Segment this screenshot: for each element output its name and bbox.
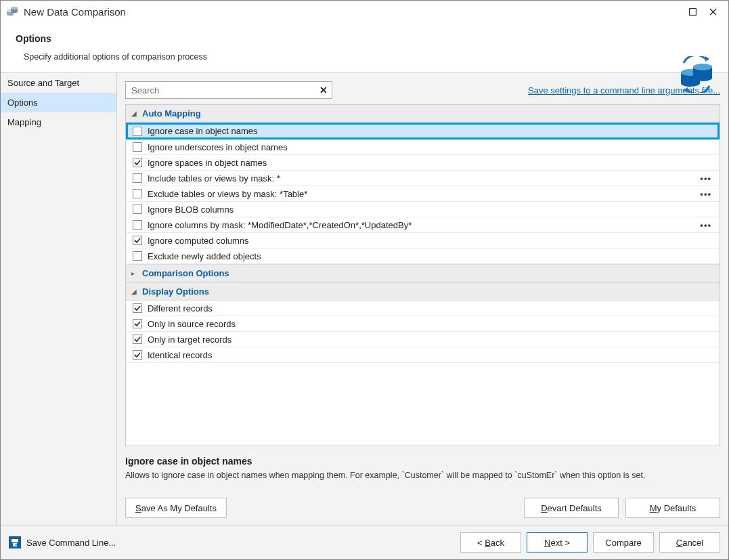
devart-defaults-button[interactable]: Devart Defaults xyxy=(524,498,619,518)
option-label: Identical records xyxy=(148,350,714,360)
group-label: Comparison Options xyxy=(142,268,229,278)
checkbox[interactable] xyxy=(133,319,142,328)
sidebar: Source and Target Options Mapping xyxy=(1,73,117,525)
option-ignore-underscores[interactable]: Ignore underscores in object names xyxy=(126,139,720,155)
option-label: Ignore columns by mask: *ModifiedDate*,*… xyxy=(148,220,697,230)
checkbox[interactable] xyxy=(133,189,142,198)
maximize-button[interactable] xyxy=(682,3,703,20)
checkbox[interactable] xyxy=(133,350,142,360)
app-icon xyxy=(6,5,18,18)
option-label: Only in target records xyxy=(148,335,714,345)
option-description: Ignore case in object names Allows to ig… xyxy=(125,456,720,480)
title-bar: New Data Comparison xyxy=(1,1,728,22)
sidebar-item-options[interactable]: Options xyxy=(1,93,116,112)
option-ignore-spaces[interactable]: Ignore spaces in object names xyxy=(126,155,720,171)
option-only-source[interactable]: Only in source records xyxy=(126,316,720,332)
page-description: Specify additional options of comparison… xyxy=(24,52,713,62)
option-label: Ignore case in object names xyxy=(148,126,714,136)
group-header-comparison[interactable]: ▸ Comparison Options xyxy=(126,264,720,282)
option-ignore-case[interactable]: Ignore case in object names xyxy=(126,123,720,139)
collapse-icon: ◢ xyxy=(131,110,138,117)
option-label: Different records xyxy=(148,303,714,314)
svg-rect-6 xyxy=(689,8,696,15)
search-clear-icon[interactable]: ✕ xyxy=(319,85,328,95)
group-header-display[interactable]: ◢ Display Options xyxy=(126,282,720,301)
main-area: Source and Target Options Mapping ✕ Save… xyxy=(1,72,728,525)
svg-point-14 xyxy=(693,64,712,70)
option-only-target[interactable]: Only in target records xyxy=(126,332,720,347)
checkbox[interactable] xyxy=(133,158,142,167)
next-button[interactable]: Next > xyxy=(527,532,588,553)
description-title: Ignore case in object names xyxy=(125,456,720,467)
option-label: Include tables or views by mask: * xyxy=(148,173,697,184)
option-label: Only in source records xyxy=(148,319,714,329)
more-button[interactable]: ••• xyxy=(697,173,714,184)
checkbox[interactable] xyxy=(133,236,142,245)
collapse-icon: ◢ xyxy=(131,288,138,295)
description-text: Allows to ignore case in object names wh… xyxy=(125,471,720,480)
options-panel: ◢ Auto Mapping Ignore case in object nam… xyxy=(125,104,720,446)
group-header-auto-mapping[interactable]: ◢ Auto Mapping xyxy=(126,105,720,123)
option-label: Exclude newly added objects xyxy=(148,251,714,261)
checkbox[interactable] xyxy=(133,127,142,136)
option-different-records[interactable]: Different records xyxy=(126,301,720,316)
group-label: Display Options xyxy=(142,286,209,297)
option-include-mask[interactable]: Include tables or views by mask: * ••• xyxy=(126,171,720,186)
save-command-line-button[interactable]: Save Command Line... xyxy=(26,538,116,548)
checkbox[interactable] xyxy=(133,173,142,183)
back-button[interactable]: < Back xyxy=(460,532,521,553)
checkbox[interactable] xyxy=(133,142,142,152)
checkbox[interactable] xyxy=(133,303,142,313)
option-identical[interactable]: Identical records xyxy=(126,347,720,363)
save-as-defaults-button[interactable]: Save As My Defaults xyxy=(125,498,227,518)
option-ignore-blob[interactable]: Ignore BLOB columns xyxy=(126,202,720,217)
option-ignore-computed[interactable]: Ignore computed columns xyxy=(126,233,720,249)
close-button[interactable] xyxy=(703,3,723,20)
checkbox[interactable] xyxy=(133,335,142,344)
sidebar-item-mapping[interactable]: Mapping xyxy=(1,112,116,132)
option-label: Ignore BLOB columns xyxy=(148,204,714,215)
more-button[interactable]: ••• xyxy=(697,189,714,199)
option-label: Ignore underscores in object names xyxy=(148,142,714,152)
search-input[interactable] xyxy=(130,85,319,96)
option-label: Exclude tables or views by mask: *Table* xyxy=(148,189,697,199)
group-label: Auto Mapping xyxy=(142,108,201,119)
checkbox[interactable] xyxy=(133,204,142,214)
svg-rect-18 xyxy=(12,539,18,542)
checkbox[interactable] xyxy=(133,251,142,261)
option-ignore-columns-mask[interactable]: Ignore columns by mask: *ModifiedDate*,*… xyxy=(126,217,720,233)
svg-rect-20 xyxy=(16,544,17,546)
page-title: Options xyxy=(16,33,713,44)
cancel-button[interactable]: Cancel xyxy=(659,532,720,553)
header-icon xyxy=(678,56,715,93)
expand-icon: ▸ xyxy=(131,270,138,277)
search-input-wrapper: ✕ xyxy=(125,81,332,99)
my-defaults-button[interactable]: My Defaults xyxy=(625,498,720,518)
svg-marker-16 xyxy=(684,87,688,93)
option-label: Ignore computed columns xyxy=(148,236,714,246)
svg-point-5 xyxy=(11,7,18,9)
svg-marker-15 xyxy=(705,56,709,62)
more-button[interactable]: ••• xyxy=(697,220,714,230)
page-header: Options Specify additional options of co… xyxy=(1,22,728,72)
save-icon xyxy=(9,536,21,548)
option-label: Ignore spaces in object names xyxy=(148,158,714,168)
option-exclude-new[interactable]: Exclude newly added objects xyxy=(126,249,720,264)
sidebar-item-source-target[interactable]: Source and Target xyxy=(1,73,116,93)
window-title: New Data Comparison xyxy=(24,6,682,18)
footer: Save Command Line... < Back Next > Compa… xyxy=(1,525,728,559)
content-area: ✕ Save settings to a command line argume… xyxy=(117,73,728,525)
option-exclude-mask[interactable]: Exclude tables or views by mask: *Table*… xyxy=(126,186,720,202)
compare-button[interactable]: Compare xyxy=(593,532,654,553)
checkbox[interactable] xyxy=(133,220,142,230)
